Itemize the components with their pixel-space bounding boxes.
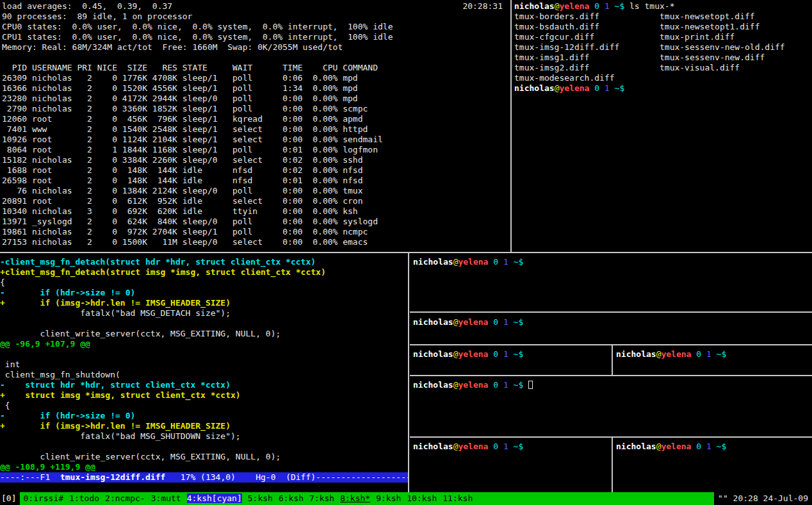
pane-shell-4[interactable]: nicholas@yelena 0 1 ~$ xyxy=(613,345,812,375)
prompt-number-1: 1 xyxy=(498,349,508,359)
shell-prompt: nicholas@yelena 0 1 ~$ xyxy=(413,380,528,390)
diff-line: -client_msg_fn_detach(struct hdr *hdr, s… xyxy=(0,257,408,267)
shell-prompt-line: nicholas@yelena 0 1 ~$ xyxy=(413,442,612,452)
prompt-path: ~$ xyxy=(508,257,528,267)
pane-shell-5[interactable]: nicholas@yelena 0 1 ~$ xyxy=(410,376,812,436)
pane-divider-h1[interactable] xyxy=(410,311,812,313)
pane-process-monitor[interactable]: load averages: 0.45, 0.39, 0.37 20:28:31… xyxy=(0,0,510,252)
diff-line: { xyxy=(0,277,408,288)
prompt-path: ~$ xyxy=(711,349,731,359)
diff-line xyxy=(0,319,408,329)
prompt-user: nicholas xyxy=(616,442,656,451)
status-window[interactable]: 3:mutt xyxy=(151,493,181,503)
status-window[interactable]: 7:ksh xyxy=(309,493,334,503)
diff-line: - struct hdr *hdr, struct client_ctx *cc… xyxy=(0,380,408,390)
diff-line xyxy=(0,442,408,452)
session-name: [0] xyxy=(0,492,20,505)
shell-prompt-line: nicholas@yelena 0 1 ~$ xyxy=(413,317,812,327)
active-shell-prompt-line: nicholas@yelena 0 1 ~$ xyxy=(413,380,812,390)
shell-prompt: nicholas@yelena 0 1 ~$ xyxy=(413,349,528,359)
prompt-user: nicholas xyxy=(413,380,453,390)
diff-line: fatalx("bad MSG_DETACH size"); xyxy=(0,308,408,319)
status-window[interactable]: 5:ksh xyxy=(248,493,273,503)
prompt-host: yelena xyxy=(559,83,589,93)
prompt-number-0: 0 xyxy=(488,317,498,327)
prompt-number-0: 0 xyxy=(589,83,599,93)
shell-prompt-line: nicholas@yelena 0 1 ~$ xyxy=(616,442,812,452)
diff-line: client_write_server(cctx, MSG_EXITING, N… xyxy=(0,329,408,339)
diff-line: int xyxy=(0,360,408,370)
prompt-path: ~$ xyxy=(508,317,528,327)
prompt-number-1: 1 xyxy=(498,317,508,327)
pane-shell-2[interactable]: nicholas@yelena 0 1 ~$ xyxy=(410,313,812,344)
prompt-host: yelena xyxy=(458,317,488,327)
pane-divider-top-vertical[interactable] xyxy=(510,0,512,252)
status-right-clock: "" 20:28 24-Jul-09 xyxy=(714,492,812,505)
top-summary: 90 processes: 89 idle, 1 on processor CP… xyxy=(2,12,507,53)
prompt-path: ~$ xyxy=(508,380,528,390)
prompt-number-0: 0 xyxy=(488,349,498,359)
prompt-host: yelena xyxy=(458,257,488,267)
prompt-number-0: 0 xyxy=(691,442,701,451)
shell-prompt: nicholas@yelena 0 1 ~$ xyxy=(616,349,731,359)
prompt-number-0: 0 xyxy=(488,257,498,267)
terminal-cursor xyxy=(528,381,533,389)
prompt-user: nicholas xyxy=(413,442,453,451)
prompt-number-0: 0 xyxy=(691,349,701,359)
prompt-number-1: 1 xyxy=(701,349,711,359)
status-window[interactable]: 6:ksh xyxy=(279,493,304,503)
file-listing: tmux-borders.diff tmux-newsetopt.diff tm… xyxy=(514,12,812,83)
prompt-host: yelena xyxy=(559,1,589,11)
prompt-user: nicholas xyxy=(514,83,555,93)
prompt-number-0: 0 xyxy=(488,380,498,390)
shell-prompt-line: nicholas@yelena 0 1 ~$ xyxy=(616,349,812,360)
terminal-screen: load averages: 0.45, 0.39, 0.37 20:28:31… xyxy=(0,0,812,505)
prompt-path: ~$ xyxy=(610,1,629,11)
prompt-path: ~$ xyxy=(711,442,731,451)
diff-line: +client_msg_fn_detach(struct imsg *imsg,… xyxy=(0,267,408,277)
shell-prompt: nicholas@yelena 0 1 ~$ xyxy=(514,83,629,93)
process-table-header: PID USERNAME PRI NICE SIZE RES STATE WAI… xyxy=(2,63,507,73)
prompt-host: yelena xyxy=(458,442,488,451)
modeline-suffix: 17% (134,0) Hg-0 (Diff)-----------------… xyxy=(165,472,408,482)
pane-shell-ls[interactable]: nicholas@yelena 0 1 ~$ ls tmux-* tmux-bo… xyxy=(512,0,812,252)
pane-shell-7[interactable]: nicholas@yelena 0 1 ~$ xyxy=(613,438,812,492)
shell-prompt-line: nicholas@yelena 0 1 ~$ xyxy=(413,349,612,360)
status-window[interactable]: 0:irssi# xyxy=(23,493,63,503)
status-window[interactable]: 10:ksh xyxy=(407,493,437,503)
prompt-number-1: 1 xyxy=(498,442,508,451)
modeline-prefix: ----:---F1 xyxy=(0,472,60,482)
status-window[interactable]: 8:ksh* xyxy=(340,493,370,503)
prompt-path: ~$ xyxy=(610,83,629,93)
prompt-user: nicholas xyxy=(413,257,453,267)
diff-line: + struct imsg *imsg, struct client_ctx *… xyxy=(0,390,408,401)
shell-prompt-line: nicholas@yelena 0 1 ~$ xyxy=(514,83,812,94)
diff-line: fatalx("bad MSG_SHUTDOWN size"); xyxy=(0,431,408,442)
system-clock: 20:28:31 xyxy=(462,1,503,12)
command-text: ls tmux-* xyxy=(629,1,674,11)
editor-modeline: ----:---F1 tmux-imsg-12diff.diff 17% (13… xyxy=(0,472,408,483)
diff-line: - if (hdr->size != 0) xyxy=(0,288,408,298)
load-averages: load averages: 0.45, 0.39, 0.37 xyxy=(2,1,172,12)
pane-shell-3[interactable]: nicholas@yelena 0 1 ~$ xyxy=(410,345,612,375)
diff-line: client_msg_fn_shutdown( xyxy=(0,370,408,380)
status-window[interactable]: 11:ksh xyxy=(443,493,473,503)
window-list: 0:irssi#1:todo2:ncmpc-3:mutt4:ksh[cyan]5… xyxy=(20,492,714,505)
prompt-user: nicholas xyxy=(616,349,656,359)
diff-line: - if (hdr->size != 0) xyxy=(0,411,408,421)
status-window[interactable]: 2:ncmpc- xyxy=(105,493,145,503)
pane-divider-bottom-vertical[interactable] xyxy=(408,253,409,492)
pane-editor-diff[interactable]: -client_msg_fn_detach(struct hdr *hdr, s… xyxy=(0,253,408,492)
diff-line: @@ -96,9 +107,9 @@ xyxy=(0,339,408,349)
shell-prompt: nicholas@yelena 0 1 ~$ xyxy=(413,257,528,267)
prompt-host: yelena xyxy=(458,349,488,359)
status-window[interactable]: 1:todo xyxy=(69,493,99,503)
status-window[interactable]: 4:ksh[cyan] xyxy=(187,493,242,503)
prompt-number-1: 1 xyxy=(701,442,711,451)
prompt-number-1: 1 xyxy=(498,257,508,267)
status-window[interactable]: 9:ksh xyxy=(376,493,401,503)
prompt-path: ~$ xyxy=(508,442,528,451)
pane-shell-6[interactable]: nicholas@yelena 0 1 ~$ xyxy=(410,438,612,492)
diff-line: + if (imsg->hdr.len != IMSG_HEADER_SIZE) xyxy=(0,421,408,431)
pane-shell-1[interactable]: nicholas@yelena 0 1 ~$ xyxy=(410,253,812,311)
